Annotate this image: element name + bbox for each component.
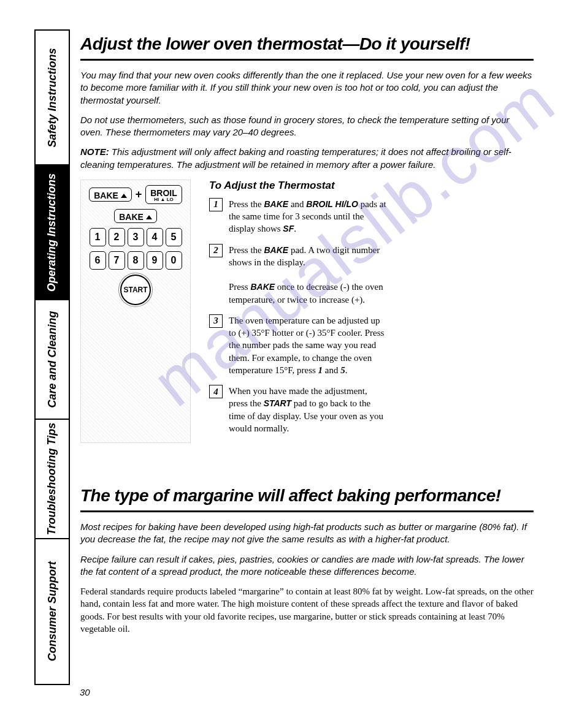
b: SF (283, 224, 294, 233)
page-number: 30 (80, 687, 90, 697)
steps-column: To Adjust the Thermostat 1 Press the BAK… (209, 180, 534, 443)
num-key-7: 7 (109, 251, 125, 270)
step-2: 2 Press the BAKE pad. A two digit number… (209, 244, 387, 306)
broil-key: BROIL HI ▲ LO (145, 185, 182, 204)
num-key-1: 1 (90, 228, 106, 246)
start-key: START (120, 275, 151, 305)
tab-label: Troubleshooting Tips (46, 423, 59, 535)
n: 5 (340, 365, 345, 375)
t: The oven temperature can be adjusted up … (229, 316, 384, 375)
bake-key: BAKE (89, 188, 132, 202)
num-key-0: 0 (166, 251, 182, 270)
sec2-para2: Recipe failure can result if cakes, pies… (80, 553, 534, 578)
num-key-6: 6 (90, 251, 106, 270)
step-text: Press the BAKE pad. A two digit number s… (229, 244, 387, 306)
title-rule (80, 510, 534, 512)
tab-troubleshooting[interactable]: Troubleshooting Tips (36, 420, 69, 539)
steps-title: To Adjust the Thermostat (209, 180, 534, 192)
note-label: NOTE: (80, 146, 109, 157)
arrow-up-icon (146, 215, 152, 219)
step-text: When you have made the adjustment, press… (229, 385, 387, 434)
t: . (345, 365, 348, 375)
keypad-illustration: BAKE + BROIL HI ▲ LO BAKE 1 2 3 4 (80, 180, 191, 443)
t: . (294, 224, 296, 233)
section2-title: The type of margarine will affect baking… (80, 486, 534, 506)
bake-key-2: BAKE (114, 209, 157, 223)
intro-note: NOTE: This adjustment will only affect b… (80, 146, 534, 171)
step-4: 4 When you have made the adjustment, pre… (209, 385, 387, 434)
step-number: 2 (209, 244, 223, 257)
num-key-5: 5 (166, 228, 182, 246)
step-1: 1 Press the BAKE and BROIL HI/LO pads at… (209, 198, 387, 235)
sec2-para1: Most recipes for baking have been develo… (80, 521, 534, 546)
bake-label: BAKE (94, 191, 118, 200)
b: BAKE (250, 282, 275, 292)
intro-para-2: Do not use thermometers, such as those f… (80, 114, 534, 139)
sidebar-tabs: Safety Instructions Operating Instructio… (34, 29, 70, 685)
num-key-9: 9 (147, 251, 163, 270)
num-key-4: 4 (147, 228, 163, 246)
step-3: 3 The oven temperature can be adjusted u… (209, 314, 387, 376)
num-key-2: 2 (109, 228, 125, 246)
t: and (288, 199, 306, 209)
t: Press the (229, 199, 264, 209)
step-number: 4 (209, 385, 223, 398)
note-text: This adjustment will only affect baking … (80, 146, 511, 169)
thermostat-block: BAKE + BROIL HI ▲ LO BAKE 1 2 3 4 (80, 180, 534, 443)
t: and (323, 365, 340, 375)
section1-title: Adjust the lower oven thermostat—Do it y… (80, 34, 534, 54)
arrow-up-icon (121, 194, 127, 198)
step-text: The oven temperature can be adjusted up … (229, 314, 387, 376)
title-rule (80, 59, 534, 61)
b: START (264, 398, 291, 408)
t: Press (229, 282, 250, 292)
b: BAKE (264, 245, 289, 255)
tab-consumer-support[interactable]: Consumer Support (36, 539, 69, 683)
step-text: Press the BAKE and BROIL HI/LO pads at t… (229, 198, 387, 235)
num-key-8: 8 (128, 251, 144, 270)
main-content: Adjust the lower oven thermostat—Do it y… (80, 34, 534, 635)
n: 1 (318, 365, 323, 375)
tab-care[interactable]: Care and Cleaning (36, 300, 69, 420)
b: BROIL HI/LO (306, 199, 358, 209)
plus-icon: + (136, 188, 142, 201)
tab-label: Safety Instructions (46, 48, 59, 147)
tab-label: Consumer Support (46, 561, 59, 661)
broil-sub: HI ▲ LO (150, 197, 177, 202)
t: Press the (229, 245, 264, 255)
sec2-para3: Federal standards require products label… (80, 585, 534, 635)
tab-safety[interactable]: Safety Instructions (36, 31, 69, 165)
tab-operating[interactable]: Operating Instructions (36, 165, 69, 300)
tab-label: Care and Cleaning (46, 311, 59, 408)
step-number: 3 (209, 314, 223, 328)
b: BAKE (264, 199, 289, 209)
bake-label-2: BAKE (119, 212, 144, 222)
step-number: 1 (209, 198, 223, 211)
intro-para-1: You may find that your new oven cooks di… (80, 69, 534, 107)
tab-label: Operating Instructions (46, 173, 59, 291)
num-key-3: 3 (128, 228, 144, 246)
section-2: The type of margarine will affect baking… (80, 486, 534, 635)
